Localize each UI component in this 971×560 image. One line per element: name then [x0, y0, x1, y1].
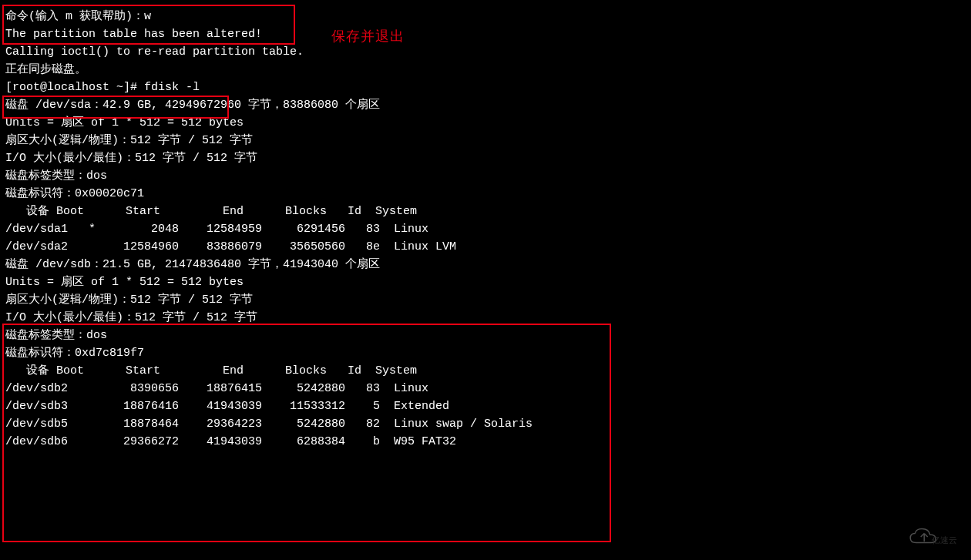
- terminal-line: 扇区大小(逻辑/物理)：512 字节 / 512 字节: [5, 291, 966, 309]
- table-row: /dev/sdb6 29366272 41943039 6288384 b W9…: [5, 433, 966, 451]
- terminal-line: 磁盘标识符：0xd7c819f7: [5, 344, 966, 362]
- terminal-line: 磁盘标签类型：dos: [5, 167, 966, 185]
- terminal-line: 磁盘 /dev/sdb：21.5 GB, 21474836480 字节，4194…: [5, 256, 966, 273]
- terminal-line: 磁盘标识符：0x00020c71: [5, 185, 966, 203]
- watermark-text: 亿速云: [932, 531, 957, 549]
- terminal-line: I/O 大小(最小/最佳)：512 字节 / 512 字节: [5, 309, 966, 327]
- terminal-line: 正在同步磁盘。: [5, 61, 966, 79]
- terminal-line: 磁盘标签类型：dos: [5, 327, 966, 344]
- terminal-output: 命令(输入 m 获取帮助)：w The partition table has …: [5, 8, 966, 451]
- terminal-line: Units = 扇区 of 1 * 512 = 512 bytes: [5, 114, 966, 132]
- table-header-sda: 设备 Boot Start End Blocks Id System: [5, 203, 966, 220]
- watermark: 亿速云: [886, 521, 963, 552]
- terminal-line: 命令(输入 m 获取帮助)：w: [5, 8, 966, 25]
- terminal-line: I/O 大小(最小/最佳)：512 字节 / 512 字节: [5, 149, 966, 167]
- table-row: /dev/sda1 * 2048 12584959 6291456 83 Lin…: [5, 220, 966, 238]
- terminal-line: [root@localhost ~]# fdisk -l: [5, 79, 966, 96]
- terminal-line: Units = 扇区 of 1 * 512 = 512 bytes: [5, 273, 966, 291]
- table-row: /dev/sda2 12584960 83886079 35650560 8e …: [5, 238, 966, 256]
- annotation-save-exit: 保存并退出: [331, 28, 405, 45]
- table-row: /dev/sdb3 18876416 41943039 11533312 5 E…: [5, 397, 966, 415]
- terminal-line: 磁盘 /dev/sda：42.9 GB, 42949672960 字节，8388…: [5, 96, 966, 114]
- terminal-line: Calling ioctl() to re-read partition tab…: [5, 43, 966, 61]
- table-row: /dev/sdb2 8390656 18876415 5242880 83 Li…: [5, 380, 966, 397]
- table-header-sdb: 设备 Boot Start End Blocks Id System: [5, 362, 966, 380]
- terminal-line: 扇区大小(逻辑/物理)：512 字节 / 512 字节: [5, 132, 966, 149]
- terminal-line: The partition table has been altered!: [5, 25, 966, 43]
- table-row: /dev/sdb5 18878464 29364223 5242880 82 L…: [5, 415, 966, 433]
